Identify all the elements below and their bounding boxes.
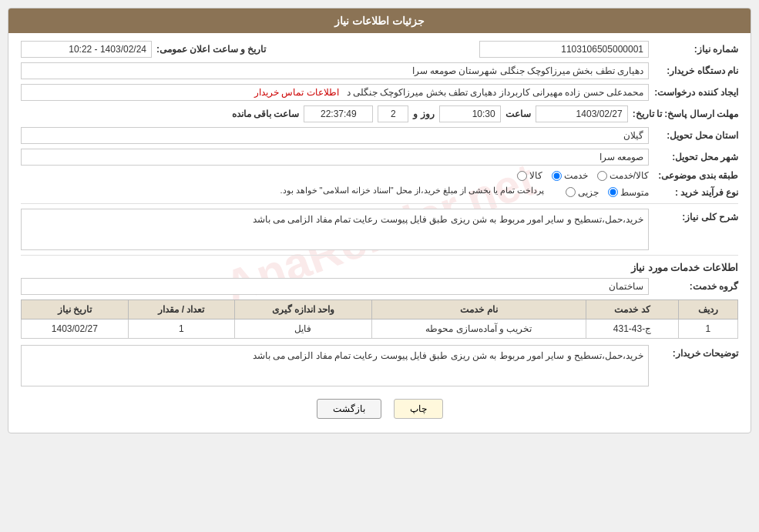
col-row: ردیف xyxy=(678,300,737,320)
page-wrapper: جزئیات اطلاعات نیاز AnaRender.net شماره … xyxy=(0,0,759,532)
creator-label: ایجاد کننده درخواست: xyxy=(653,87,738,98)
cell-row: 1 xyxy=(678,320,737,339)
col-count: تعداد / مقدار xyxy=(128,300,234,320)
purchase-jozi-radio[interactable] xyxy=(566,187,576,197)
cell-name: تخریب و آماده‌سازی محوطه xyxy=(371,320,586,339)
category-option-khedmat: خدمت xyxy=(552,170,588,181)
buyer-label: نام دستگاه خریدار: xyxy=(653,65,738,76)
purchase-note: پرداخت تمام یا بخشی از مبلغ خرید،از محل … xyxy=(280,186,544,196)
buyer-row: نام دستگاه خریدار: دهیاری تطف بخش میرزاک… xyxy=(21,62,738,79)
day-label: روز و xyxy=(413,109,434,119)
creator-link[interactable]: اطلاعات تماس خریدار xyxy=(254,87,339,98)
need-number-row: شماره نیاز: 1103106505000001 تاریخ و ساع… xyxy=(21,41,738,58)
services-title: اطلاعات خدمات مورد نیاز xyxy=(21,262,738,273)
buyer-value: دهیاری تطف بخش میرزاکوچک جنگلی شهرستان ص… xyxy=(21,62,649,79)
purchase-type-row: نوع فرآیند خرید : جزیی متوسط پرداخت تمام… xyxy=(21,186,738,199)
service-group-label: گروه خدمت: xyxy=(653,281,738,292)
purchase-type-label: نوع فرآیند خرید : xyxy=(653,187,738,198)
buyer-desc-value: خرید،حمل،تسطیح و سایر امور مربوط به شن ر… xyxy=(21,345,649,386)
content-layer: شماره نیاز: 1103106505000001 تاریخ و ساع… xyxy=(21,41,738,425)
remaining-label: ساعت باقی مانده xyxy=(232,109,300,119)
city-value: صومعه سرا xyxy=(21,149,649,166)
province-label: استان محل تحویل: xyxy=(653,130,738,141)
category-both-label: کالا/خدمت xyxy=(610,170,649,181)
description-value: خرید،حمل،تسطیح و سایر امور مربوط به شن ر… xyxy=(21,209,649,250)
purchase-jozi: جزیی xyxy=(566,187,599,198)
col-name: نام خدمت xyxy=(371,300,586,320)
need-number-value: 1103106505000001 xyxy=(479,41,649,58)
category-row: طبقه بندی موضوعی: کالا خدمت کالا/خدمت xyxy=(21,170,738,181)
category-khedmat-radio[interactable] xyxy=(552,171,562,181)
description-row: شرح کلی نیاز: خرید،حمل،تسطیح و سایر امور… xyxy=(21,209,738,250)
category-option-kala: کالا xyxy=(517,170,542,181)
services-table: ردیف کد خدمت نام خدمت واحد اندازه گیری ت… xyxy=(21,299,738,339)
cell-code: ج-43-431 xyxy=(586,320,678,339)
need-number-label: شماره نیاز: xyxy=(653,44,738,55)
deadline-days: 2 xyxy=(378,105,408,122)
table-row: 1 ج-43-431 تخریب و آماده‌سازی محوطه فایل… xyxy=(22,320,738,339)
remaining-time: 22:37:49 xyxy=(304,105,373,122)
col-date: تاریخ نیاز xyxy=(22,300,129,320)
service-group-row: گروه خدمت: ساختمان xyxy=(21,278,738,295)
announcement-value: 1403/02/24 - 10:22 xyxy=(21,41,152,58)
deadline-row: مهلت ارسال پاسخ: تا تاریخ: 1403/02/27 سا… xyxy=(21,105,738,122)
purchase-type-radio-group: جزیی متوسط xyxy=(566,187,649,198)
time-label: ساعت xyxy=(505,109,531,119)
creator-value: محمدعلی حسن زاده مهیرانی کاربرداز دهیاری… xyxy=(21,84,649,101)
cell-unit: فایل xyxy=(235,320,371,339)
purchase-jozi-label: جزیی xyxy=(578,187,599,198)
deadline-date: 1403/02/27 xyxy=(536,105,628,122)
cell-count: 1 xyxy=(128,320,234,339)
province-value: گیلان xyxy=(21,127,649,144)
category-khedmat-label: خدمت xyxy=(564,170,588,181)
buyer-desc-label: توضیحات خریدار: xyxy=(653,345,738,359)
purchase-mottavasset-label: متوسط xyxy=(620,187,649,198)
category-radio-group: کالا خدمت کالا/خدمت xyxy=(517,170,649,181)
col-unit: واحد اندازه گیری xyxy=(235,300,371,320)
deadline-time: 10:30 xyxy=(439,105,501,122)
back-button[interactable]: بازگشت xyxy=(317,399,381,419)
creator-row: ایجاد کننده درخواست: محمدعلی حسن زاده مه… xyxy=(21,84,738,101)
card-header: جزئیات اطلاعات نیاز xyxy=(8,8,751,33)
category-label: طبقه بندی موضوعی: xyxy=(653,170,738,181)
divider-1 xyxy=(21,203,738,204)
description-label: شرح کلی نیاز: xyxy=(653,209,738,223)
divider-2 xyxy=(21,255,738,256)
province-row: استان محل تحویل: گیلان xyxy=(21,127,738,144)
deadline-label: مهلت ارسال پاسخ: تا تاریخ: xyxy=(633,109,738,119)
page-title: جزئیات اطلاعات نیاز xyxy=(334,15,425,27)
announcement-label: تاریخ و ساعت اعلان عمومی: xyxy=(156,44,266,55)
category-option-both: کالا/خدمت xyxy=(597,170,649,181)
print-button[interactable]: چاپ xyxy=(394,399,443,419)
service-group-value: ساختمان xyxy=(21,278,649,295)
city-label: شهر محل تحویل: xyxy=(653,152,738,162)
button-row: چاپ بازگشت xyxy=(21,391,738,425)
purchase-mottavasset-radio[interactable] xyxy=(608,187,618,197)
col-code: کد خدمت xyxy=(586,300,678,320)
buyer-desc-row: توضیحات خریدار: خرید،حمل،تسطیح و سایر ام… xyxy=(21,345,738,386)
city-row: شهر محل تحویل: صومعه سرا xyxy=(21,149,738,166)
card-body: AnaRender.net شماره نیاز: 11031065050000… xyxy=(8,33,751,433)
purchase-mottavasset: متوسط xyxy=(608,187,649,198)
main-card: جزئیات اطلاعات نیاز AnaRender.net شماره … xyxy=(8,8,751,433)
cell-date: 1403/02/27 xyxy=(22,320,129,339)
category-both-radio[interactable] xyxy=(597,171,607,181)
category-kala-radio[interactable] xyxy=(517,171,527,181)
category-kala-label: کالا xyxy=(529,170,542,181)
